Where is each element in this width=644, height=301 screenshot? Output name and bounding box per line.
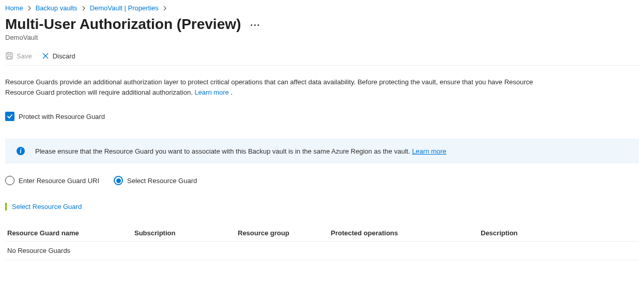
svg-rect-0 bbox=[6, 53, 12, 59]
radio-group: Enter Resource Guard URI Select Resource… bbox=[5, 176, 639, 185]
toolbar: Save Discard bbox=[5, 49, 639, 66]
breadcrumb-vaults[interactable]: Backup vaults bbox=[36, 4, 78, 12]
chevron-right-icon bbox=[26, 5, 33, 11]
discard-button[interactable]: Discard bbox=[41, 52, 75, 60]
col-name: Resource Guard name bbox=[5, 229, 134, 237]
info-banner: i Please ensure that the Resource Guard … bbox=[5, 139, 639, 163]
radio-enter-uri[interactable]: Enter Resource Guard URI bbox=[5, 176, 99, 185]
save-icon bbox=[5, 52, 13, 60]
protect-checkbox[interactable] bbox=[5, 112, 14, 121]
learn-more-link[interactable]: Learn more bbox=[194, 88, 228, 96]
more-actions-button[interactable]: ··· bbox=[250, 20, 260, 31]
radio-icon-unchecked bbox=[5, 176, 14, 185]
radio-select-guard[interactable]: Select Resource Guard bbox=[114, 176, 197, 185]
svg-rect-1 bbox=[8, 53, 11, 55]
close-icon bbox=[41, 52, 50, 60]
info-learn-more-link[interactable]: Learn more bbox=[412, 147, 446, 155]
page-subtitle: DemoVault bbox=[5, 34, 639, 41]
radio-icon-checked bbox=[114, 176, 123, 185]
col-resource-group: Resource group bbox=[238, 229, 331, 237]
svg-rect-2 bbox=[8, 56, 11, 59]
chevron-right-icon bbox=[81, 5, 87, 11]
info-icon: i bbox=[17, 147, 25, 155]
description-text: Resource Guards provide an additional au… bbox=[5, 77, 639, 97]
col-protected-ops: Protected operations bbox=[331, 229, 481, 237]
empty-cell: No Resource Guards bbox=[5, 247, 134, 254]
table-header: Resource Guard name Subscription Resourc… bbox=[5, 225, 639, 242]
page-title: Multi-User Authorization (Preview) bbox=[5, 16, 241, 33]
col-description: Description bbox=[481, 229, 639, 237]
radio-enter-uri-label: Enter Resource Guard URI bbox=[19, 177, 99, 185]
protect-checkbox-label: Protect with Resource Guard bbox=[19, 113, 105, 121]
breadcrumb-demovault[interactable]: DemoVault | Properties bbox=[90, 4, 159, 12]
discard-label: Discard bbox=[53, 52, 75, 60]
radio-select-guard-label: Select Resource Guard bbox=[127, 177, 197, 185]
resource-guard-table: Resource Guard name Subscription Resourc… bbox=[5, 225, 639, 260]
chevron-right-icon bbox=[162, 5, 168, 11]
save-button: Save bbox=[5, 52, 32, 60]
table-row-empty: No Resource Guards bbox=[5, 242, 639, 260]
select-resource-guard-link[interactable]: Select Resource Guard bbox=[12, 203, 82, 210]
col-subscription: Subscription bbox=[134, 229, 238, 237]
save-label: Save bbox=[17, 52, 32, 60]
info-text: Please ensure that the Resource Guard yo… bbox=[35, 147, 412, 155]
breadcrumb-home[interactable]: Home bbox=[5, 4, 23, 12]
breadcrumb: Home Backup vaults DemoVault | Propertie… bbox=[5, 4, 639, 12]
checkmark-icon bbox=[7, 113, 13, 119]
